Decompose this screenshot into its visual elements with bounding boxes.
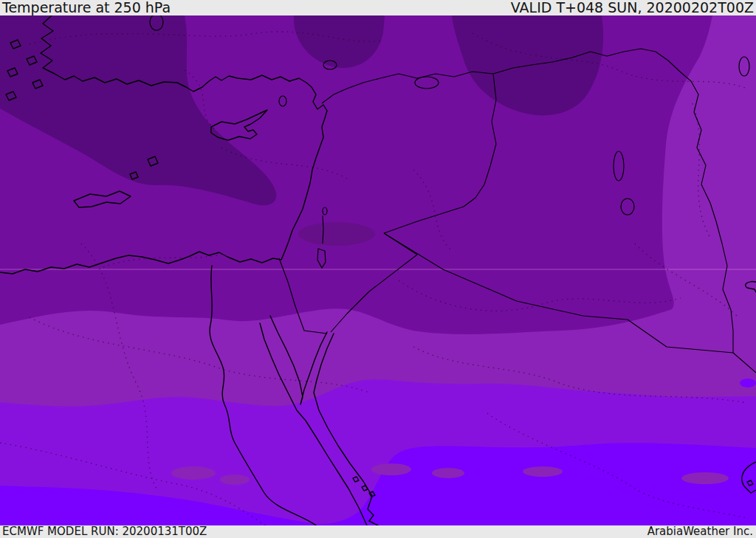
temp-warmest-spot [740, 379, 756, 387]
weather-map-canvas [0, 0, 756, 538]
model-run-label: ECMWF MODEL RUN: 20200131T00Z [2, 525, 207, 538]
weather-map-page: { "header": { "title": "Temperature at 2… [0, 0, 756, 538]
header-bar: Temperature at 250 hPa VALID T+048 SUN, … [0, 0, 756, 15]
map-title: Temperature at 250 hPa [2, 0, 171, 15]
temp-cold-patch-levant [298, 222, 375, 246]
valid-time-label: VALID T+048 SUN, 20200202T00Z [511, 0, 754, 15]
footer-bar: ECMWF MODEL RUN: 20200131T00Z ArabiaWeat… [0, 525, 756, 538]
credit-label: ArabiaWeather Inc. [647, 525, 753, 538]
